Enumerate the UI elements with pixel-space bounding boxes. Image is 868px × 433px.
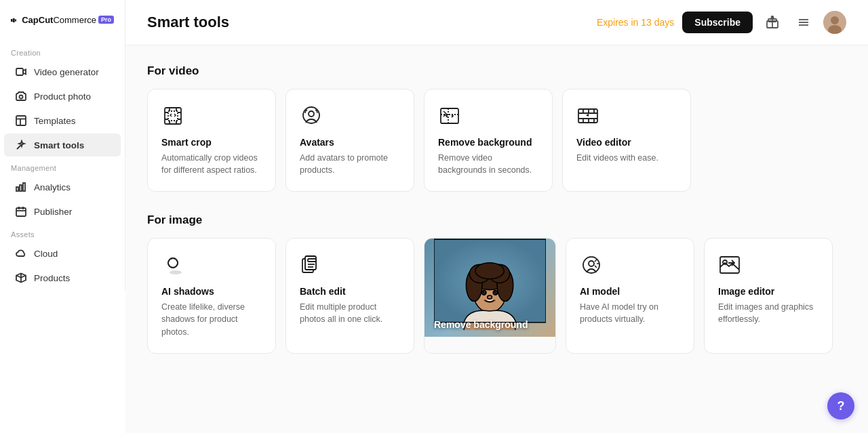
avatars-desc: Add avatars to promote products. [300, 152, 400, 176]
subscribe-button[interactable]: Subscribe [682, 12, 753, 33]
sidebar-item-products[interactable]: Products [4, 266, 121, 289]
svg-rect-33 [305, 256, 316, 270]
sidebar-item-label: Publisher [34, 207, 72, 217]
topbar: Smart tools Expires in 13 days Subscribe [125, 0, 868, 45]
video-editor-icon [576, 104, 601, 129]
sidebar-item-templates[interactable]: Templates [4, 109, 121, 132]
smart-crop-icon [161, 104, 186, 129]
menu-button[interactable] [792, 11, 815, 34]
layout-icon [15, 115, 27, 127]
batch-edit-title: Batch edit [300, 286, 400, 297]
ai-shadows-icon [161, 253, 186, 278]
svg-rect-3 [16, 68, 23, 75]
ai-shadows-desc: Create lifelike, diverse shadows for pro… [161, 301, 262, 337]
remove-bg-video-icon [438, 104, 462, 129]
svg-rect-10 [20, 185, 22, 191]
smart-crop-desc: Automatically crop videos for different … [161, 152, 262, 176]
bar-chart-icon [15, 181, 27, 193]
svg-point-31 [168, 258, 178, 268]
sidebar-item-product-photo[interactable]: Product photo [4, 85, 121, 108]
cloud-icon [15, 247, 27, 260]
section-assets-label: Assets [0, 224, 125, 241]
svg-point-52 [589, 261, 594, 266]
for-video-title: For video [147, 64, 846, 78]
sidebar-item-analytics[interactable]: Analytics [4, 176, 121, 199]
sidebar-item-publisher[interactable]: Publisher [4, 200, 121, 223]
remove-bg-image-card[interactable]: Remove background [424, 238, 556, 353]
video-editor-card[interactable]: Video editor Edit videos with ease. [562, 89, 691, 192]
svg-point-26 [309, 111, 314, 117]
content-area: For video Smart crop Automatically crop … [125, 45, 868, 394]
avatars-title: Avatars [300, 137, 400, 148]
svg-point-4 [20, 96, 23, 99]
batch-edit-desc: Edit multiple product photos all in one … [300, 301, 400, 325]
ai-shadows-card[interactable]: AI shadows Create lifelike, diverse shad… [147, 238, 276, 353]
sidebar-item-smart-tools[interactable]: Smart tools [4, 133, 121, 157]
svg-rect-9 [16, 187, 18, 191]
featured-card-label: Remove background [434, 319, 528, 330]
smart-crop-card[interactable]: Smart crop Automatically crop videos for… [147, 89, 276, 192]
sidebar-item-video-generator[interactable]: Video generator [4, 60, 121, 83]
logo-name: CapCut [22, 15, 53, 25]
sidebar-item-label: Cloud [34, 249, 58, 259]
svg-line-8 [17, 146, 21, 150]
ai-model-icon [580, 253, 604, 278]
logo-sub: Commerce [53, 15, 96, 25]
ai-model-title: AI model [580, 286, 680, 297]
sidebar-item-label: Video generator [34, 67, 99, 77]
batch-edit-card[interactable]: Batch edit Edit multiple product photos … [285, 238, 414, 353]
for-image-title: For image [147, 213, 846, 227]
sidebar: CapCutCommercePro Creation Video generat… [0, 0, 125, 433]
ai-shadows-title: AI shadows [161, 286, 262, 297]
capcut-logo-icon [11, 12, 16, 28]
gift-button[interactable] [761, 11, 784, 34]
svg-rect-5 [16, 116, 26, 125]
svg-point-50 [495, 291, 497, 293]
ai-model-card[interactable]: AI model Have AI model try on products v… [566, 238, 694, 353]
remove-bg-video-desc: Remove video backgrounds in seconds. [438, 152, 538, 176]
camera-icon [15, 90, 27, 102]
avatars-card[interactable]: Avatars Add avatars to promote products. [285, 89, 414, 192]
video-editor-title: Video editor [576, 137, 677, 148]
sidebar-item-label: Smart tools [34, 140, 84, 150]
section-creation-label: Creation [0, 42, 125, 60]
box-icon [15, 272, 27, 284]
logo-pro: Pro [98, 16, 114, 24]
sidebar-item-label: Products [34, 273, 70, 283]
remove-bg-video-title: Remove background [438, 137, 538, 148]
svg-rect-12 [16, 208, 26, 216]
svg-point-51 [488, 295, 492, 299]
remove-bg-video-card[interactable]: Remove background Remove video backgroun… [424, 89, 553, 192]
wand-icon [15, 139, 27, 151]
main-content: Smart tools Expires in 13 days Subscribe [125, 0, 868, 433]
svg-rect-0 [11, 19, 13, 22]
sidebar-item-label: Product photo [34, 91, 91, 102]
help-button[interactable]: ? [827, 392, 854, 419]
svg-point-46 [475, 263, 504, 279]
sidebar-item-cloud[interactable]: Cloud [4, 242, 121, 265]
svg-rect-2 [15, 19, 16, 21]
svg-rect-27 [441, 108, 458, 123]
svg-rect-25 [165, 108, 181, 124]
svg-point-30 [170, 270, 182, 274]
image-editor-desc: Edit images and graphics effortlessly. [718, 301, 818, 325]
svg-rect-1 [13, 18, 15, 22]
smart-crop-title: Smart crop [161, 137, 262, 148]
for-image-section: For image AI shadows Create lifelike, di… [147, 213, 846, 353]
ai-model-desc: Have AI model try on products virtually. [580, 301, 680, 325]
topbar-right: Expires in 13 days Subscribe [597, 11, 846, 34]
calendar-icon [15, 205, 27, 218]
sidebar-item-label: Analytics [34, 182, 71, 192]
svg-rect-11 [23, 183, 25, 191]
video-cards-grid: Smart crop Automatically crop videos for… [147, 89, 846, 192]
user-avatar[interactable] [823, 11, 846, 34]
image-editor-card[interactable]: Image editor Edit images and graphics ef… [704, 238, 833, 353]
video-editor-desc: Edit videos with ease. [576, 152, 677, 164]
image-cards-grid: AI shadows Create lifelike, diverse shad… [147, 238, 846, 353]
image-editor-title: Image editor [718, 286, 818, 297]
avatars-icon [300, 104, 324, 129]
image-editor-icon [718, 253, 743, 278]
batch-edit-icon [300, 253, 324, 278]
page-title: Smart tools [147, 14, 229, 31]
for-video-section: For video Smart crop Automatically crop … [147, 64, 846, 192]
